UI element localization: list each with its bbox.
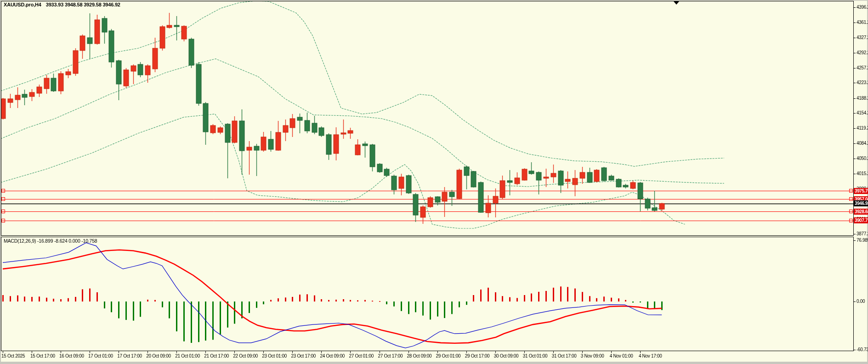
chart-title: XAUUSD.pro,H43933.93 3948.58 3929.58 394… (4, 2, 120, 7)
time-axis-label: 17 Oct 01:00 (88, 353, 113, 358)
price-level-badge[interactable]: 3928.65 (854, 209, 868, 215)
horizontal-line-handle[interactable] (1, 197, 5, 201)
time-axis-label: 4 Nov 01:00 (610, 353, 633, 358)
time-axis-label: 17 Oct 17:00 (117, 353, 142, 358)
price-axis-label: 4084.20 (857, 141, 868, 146)
price-axis-label: 3877.20 (857, 231, 868, 236)
price-chart-canvas[interactable] (0, 0, 868, 364)
price-axis-label: 4257.20 (857, 65, 868, 70)
time-axis-label: 23 Oct 01:00 (262, 353, 287, 358)
price-axis-label: 4119.20 (857, 125, 868, 131)
time-axis-label: 15 Oct 17:00 (30, 353, 55, 358)
time-axis-label: 31 Oct 17:00 (552, 353, 577, 358)
horizontal-line-axis-handle[interactable] (849, 219, 853, 222)
macd-axis-label: 76.989 (857, 238, 868, 243)
horizontal-line-handle[interactable] (1, 210, 5, 213)
price-axis-label: 4327.20 (857, 35, 868, 40)
horizontal-line-axis-handle[interactable] (849, 197, 853, 201)
macd-axis-label: -60.73 (857, 347, 868, 352)
price-axis-label: 4050.20 (857, 156, 868, 161)
price-axis-label: 4292.20 (857, 50, 868, 55)
time-axis-label: 21 Oct 17:00 (204, 353, 229, 358)
time-axis-label: 31 Oct 01:00 (523, 353, 548, 358)
time-axis-label: 23 Oct 17:00 (291, 353, 316, 358)
price-axis-label: 4396.20 (857, 5, 868, 10)
ohlc-values-label: 3933.93 3948.58 3929.58 3946.92 (46, 2, 120, 7)
time-axis-label: 27 Oct 17:00 (378, 353, 403, 358)
time-axis-label: 22 Oct 09:00 (233, 353, 258, 358)
time-axis-label: 16 Oct 09:00 (59, 353, 84, 358)
price-axis-label: 4188.20 (857, 96, 868, 101)
price-axis-label: 4015.20 (857, 171, 868, 176)
mt4-chart-window: XAUUSD.pro,H43933.93 3948.58 3929.58 394… (0, 0, 868, 364)
macd-indicator-label: MACD(12,26,9) -16.899 -8.624 0.000 -10.7… (4, 238, 97, 244)
scroll-position-marker-icon (674, 1, 679, 5)
time-axis-label: 28 Oct 09:00 (407, 353, 432, 358)
time-axis-label: 15 Oct 2025 (1, 353, 25, 358)
time-axis-label: 27 Oct 01:00 (349, 353, 374, 358)
price-axis-label: 4154.20 (857, 110, 868, 115)
price-level-badge[interactable]: 3907.71 (854, 217, 868, 223)
time-axis-label: 3 Nov 09:00 (581, 353, 604, 358)
horizontal-line-axis-handle[interactable] (849, 189, 853, 193)
current-price-badge: 3946.92 (854, 200, 868, 206)
price-level-badge[interactable]: 3975.76 (854, 188, 868, 194)
horizontal-line-handle[interactable] (1, 189, 5, 193)
symbol-timeframe-label: XAUUSD.pro,H4 (4, 2, 41, 7)
time-axis-label: 20 Oct 09:00 (146, 353, 171, 358)
time-axis-label: 24 Oct 09:00 (320, 353, 345, 358)
time-axis-label: 29 Oct 17:00 (465, 353, 490, 358)
macd-axis-label: 0.00 (857, 299, 865, 304)
price-axis-label: 4361.20 (857, 20, 868, 25)
time-axis-label: 30 Oct 09:00 (494, 353, 519, 358)
time-axis-label: 29 Oct 01:00 (436, 353, 461, 358)
horizontal-line-axis-handle[interactable] (849, 210, 853, 213)
time-axis-label: 4 Nov 17:00 (639, 353, 662, 358)
horizontal-line-handle[interactable] (1, 219, 5, 222)
time-axis-label: 21 Oct 01:00 (175, 353, 200, 358)
price-axis-label: 4223.20 (857, 80, 868, 85)
